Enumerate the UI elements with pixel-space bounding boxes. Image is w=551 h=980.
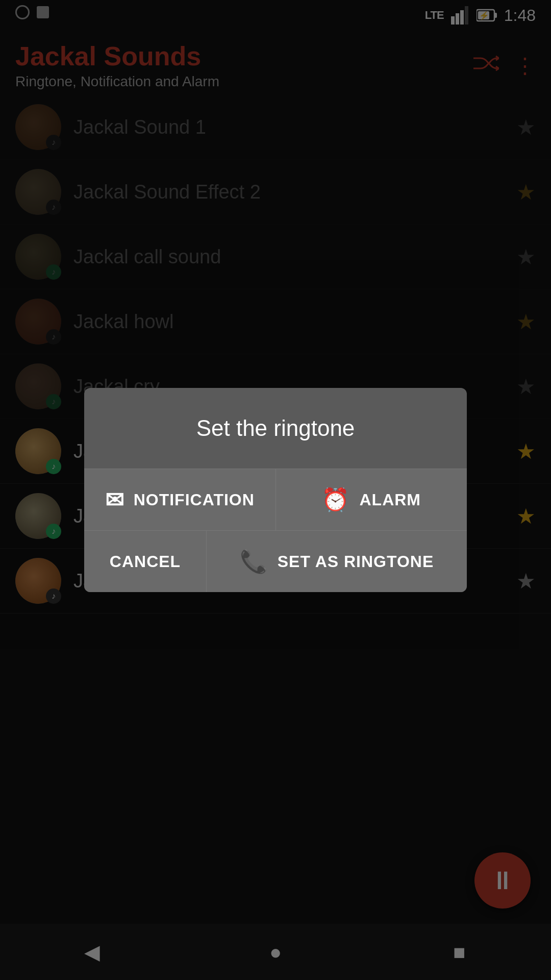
alarm-label: ALARM (359, 491, 421, 509)
set-ringtone-label: SET AS RINGTONE (278, 552, 434, 571)
dialog-overlay: Set the ringtone ✉ NOTIFICATION ⏰ ALARM … (0, 0, 551, 980)
notification-button[interactable]: ✉ NOTIFICATION (84, 469, 276, 530)
alarm-button[interactable]: ⏰ ALARM (276, 469, 467, 530)
cancel-button[interactable]: CANCEL (84, 531, 207, 592)
set-ringtone-button[interactable]: 📞 SET AS RINGTONE (207, 531, 467, 592)
dialog-row2: CANCEL 📞 SET AS RINGTONE (84, 530, 467, 592)
notification-label: NOTIFICATION (134, 491, 255, 509)
phone-icon: 📞 (240, 548, 268, 575)
dialog-title: Set the ringtone (84, 388, 467, 469)
ringtone-dialog: Set the ringtone ✉ NOTIFICATION ⏰ ALARM … (84, 388, 467, 592)
envelope-icon: ✉ (105, 487, 124, 513)
dialog-row1: ✉ NOTIFICATION ⏰ ALARM (84, 469, 467, 530)
alarm-icon: ⏰ (321, 486, 350, 513)
